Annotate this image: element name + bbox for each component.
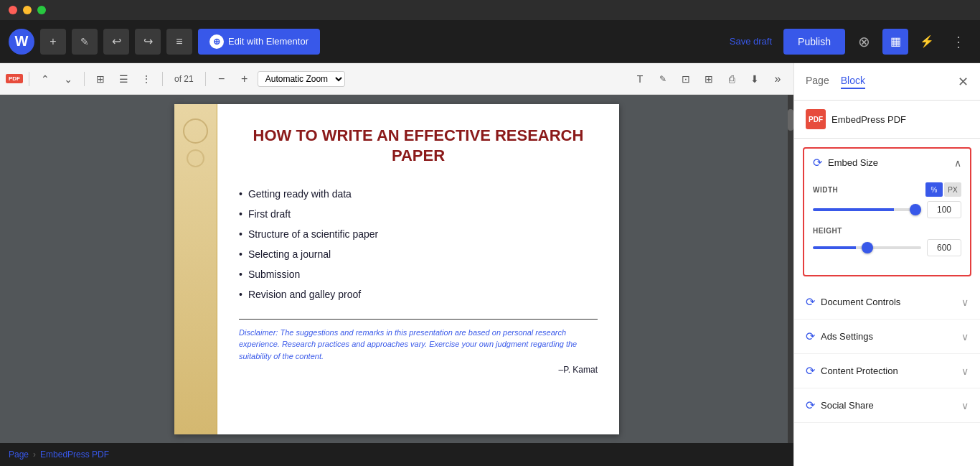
content-protection-section[interactable]: ⟳ Content Protection ∨ [794, 354, 980, 388]
pdf-disclaimer: Disclaimer: The suggestions and remarks … [239, 327, 598, 363]
pdf-toolbar-separator-1 [29, 72, 29, 86]
pdf-toolbar-separator-4 [205, 72, 206, 86]
pdf-right-icons: T ✎ ⊡ ⊞ ⎙ ⬇ » [630, 69, 788, 89]
pdf-toolbar-separator-3 [162, 72, 163, 86]
content-protection-label: Content Protection [821, 365, 956, 376]
content-area: PDF ⌃ ⌃ ⊞ ☰ ⋮ of 21 − + Automatic Zoom 5… [0, 63, 793, 466]
sidebar-sections: ⟳ Document Controls ∨ ⟳ Ads Settings ∨ ⟳… [794, 285, 980, 466]
embed-size-section: ⟳ Embed Size ∧ WIDTH % PX 1 [803, 147, 971, 276]
deco-circle-1 [183, 118, 208, 144]
pdf-next-page-button[interactable]: ⌃ [58, 69, 78, 89]
list-item: Revision and galley proof [239, 284, 598, 304]
pdf-more-tools-button[interactable]: » [768, 69, 788, 89]
breadcrumb-bar: Page › EmbedPress PDF [0, 443, 793, 466]
pdf-content: HOW TO WRITE AN EFFECTIVE RESEARCH PAPER… [217, 104, 619, 434]
wp-logo[interactable]: W [9, 29, 34, 55]
main-layout: PDF ⌃ ⌃ ⊞ ☰ ⋮ of 21 − + Automatic Zoom 5… [0, 63, 980, 466]
height-slider-row: 600 [813, 239, 961, 256]
px-unit-button[interactable]: PX [944, 182, 961, 197]
pdf-badge: PDF [6, 74, 23, 83]
pdf-grid-button[interactable]: ⊞ [90, 69, 110, 89]
pdf-bullet-list: Getting ready with data First draft Stru… [239, 184, 598, 304]
elementor-icon: ⊕ [209, 34, 224, 49]
social-share-chevron: ∨ [961, 400, 969, 411]
edit-elementor-label: Edit with Elementor [228, 36, 308, 47]
deco-circle-2 [187, 149, 204, 167]
width-slider[interactable] [813, 208, 921, 211]
image-tool-button[interactable]: ⊡ [676, 69, 696, 89]
lightning-button[interactable]: ⚡ [914, 29, 940, 55]
pdf-toolbar: PDF ⌃ ⌃ ⊞ ☰ ⋮ of 21 − + Automatic Zoom 5… [0, 63, 793, 95]
content-protection-chevron: ∨ [961, 365, 969, 377]
edit-elementor-button[interactable]: ⊕ Edit with Elementor [198, 29, 320, 55]
pdf-prev-page-button[interactable]: ⌃ [35, 69, 55, 89]
download-button[interactable]: ⬇ [745, 69, 765, 89]
width-row: WIDTH % PX 100 [813, 182, 961, 218]
text-tool-button[interactable]: T [630, 69, 650, 89]
undo-button[interactable]: ↩ [103, 29, 129, 55]
width-slider-row: 100 [813, 201, 961, 218]
height-label-row: HEIGHT [813, 227, 961, 235]
sidebar-close-button[interactable]: ✕ [958, 74, 969, 90]
pdf-title: HOW TO WRITE AN EFFECTIVE RESEARCH PAPER [239, 126, 598, 167]
add-block-button[interactable]: + [40, 29, 66, 55]
more-options-button[interactable]: ⋮ [946, 29, 971, 55]
pdf-toolbar-separator-2 [84, 72, 85, 86]
width-label-row: WIDTH % PX [813, 182, 961, 197]
ads-settings-section[interactable]: ⟳ Ads Settings ∨ [794, 320, 980, 354]
elementor-settings-button[interactable]: ⊗ [851, 29, 877, 55]
width-value-input[interactable]: 100 [927, 201, 961, 218]
scrollbar-thumb [788, 109, 793, 131]
social-share-icon: ⟳ [806, 399, 815, 412]
pdf-decoration [174, 104, 217, 434]
publish-button[interactable]: Publish [783, 29, 845, 55]
plugin-name: EmbedPress PDF [831, 114, 906, 125]
minimize-button[interactable] [23, 6, 32, 14]
ads-settings-chevron: ∨ [961, 331, 969, 342]
draw-tool-button[interactable]: ✎ [653, 69, 673, 89]
social-share-section[interactable]: ⟳ Social Share ∨ [794, 388, 980, 423]
list-item: Selecting a journal [239, 244, 598, 264]
pdf-divider [239, 319, 598, 320]
width-label: WIDTH [813, 186, 838, 194]
zoom-out-button[interactable]: − [212, 69, 232, 89]
fullscreen-button[interactable] [37, 6, 46, 14]
social-share-label: Social Share [821, 400, 956, 411]
document-controls-section[interactable]: ⟳ Document Controls ∨ [794, 285, 980, 320]
height-value-input[interactable]: 600 [927, 239, 961, 256]
list-item: Getting ready with data [239, 184, 598, 204]
tab-block[interactable]: Block [841, 75, 865, 89]
height-row: HEIGHT 600 [813, 227, 961, 256]
save-draft-button[interactable]: Save draft [724, 36, 778, 47]
unit-buttons: % PX [925, 182, 961, 197]
sidebar-header: Page Block ✕ [794, 63, 980, 101]
redo-button[interactable]: ↪ [135, 29, 161, 55]
tab-page[interactable]: Page [806, 75, 829, 89]
pdf-more-button[interactable]: ⋮ [136, 69, 156, 89]
zoom-select[interactable]: Automatic Zoom 50% 75% 100% 125% 150% [258, 71, 345, 87]
ads-settings-label: Ads Settings [821, 331, 956, 342]
list-view-button[interactable]: ≡ [166, 29, 192, 55]
page-info: of 21 [169, 74, 199, 84]
pdf-viewer: HOW TO WRITE AN EFFECTIVE RESEARCH PAPER… [0, 95, 793, 443]
embed-size-icon: ⟳ [813, 156, 822, 169]
zoom-in-button[interactable]: + [235, 69, 255, 89]
close-button[interactable] [9, 6, 17, 14]
top-toolbar: W + ✎ ↩ ↪ ≡ ⊕ Edit with Elementor Save d… [0, 20, 980, 63]
embed-size-chevron: ∧ [954, 157, 961, 169]
embed-size-header[interactable]: ⟳ Embed Size ∧ [804, 149, 970, 177]
list-item: Submission [239, 264, 598, 284]
breadcrumb-page[interactable]: Page [9, 449, 29, 460]
pdf-list-button[interactable]: ☰ [113, 69, 133, 89]
height-slider[interactable] [813, 246, 921, 249]
scrollbar[interactable] [788, 95, 793, 443]
breadcrumb-embedpress[interactable]: EmbedPress PDF [40, 449, 109, 460]
crop-tool-button[interactable]: ⊞ [699, 69, 719, 89]
edit-button[interactable]: ✎ [72, 29, 98, 55]
print-button[interactable]: ⎙ [722, 69, 742, 89]
plugin-icon: PDF [806, 109, 826, 129]
percent-unit-button[interactable]: % [925, 182, 943, 197]
block-editor-button[interactable]: ▦ [882, 29, 908, 55]
ads-settings-icon: ⟳ [806, 330, 815, 343]
embed-size-label: Embed Size [828, 157, 948, 168]
